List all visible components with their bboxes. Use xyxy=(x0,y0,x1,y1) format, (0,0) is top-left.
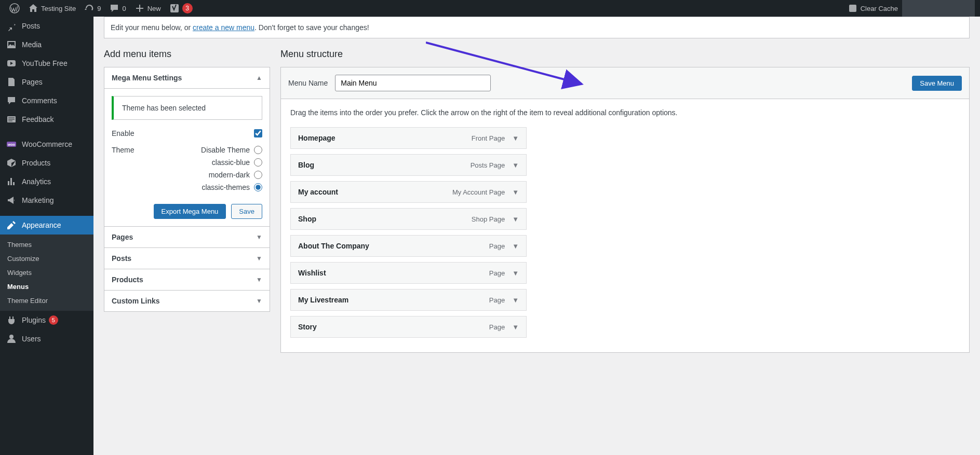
posts-handle[interactable]: Posts▼ xyxy=(104,248,270,269)
radio-modern-dark[interactable] xyxy=(254,171,262,179)
label: YouTube Free xyxy=(22,59,68,67)
sidebar-item-users[interactable]: Users xyxy=(0,329,93,348)
menu-item-type: Page xyxy=(489,269,505,277)
profile-area[interactable] xyxy=(902,0,975,17)
mega-menu-title: Mega Menu Settings xyxy=(112,74,182,82)
menu-item-bar[interactable]: About The CompanyPage▼ xyxy=(290,235,527,257)
custom-links-handle[interactable]: Custom Links▼ xyxy=(104,291,270,311)
create-new-menu-link[interactable]: create a new menu xyxy=(193,23,254,32)
menu-item-type: Shop Page xyxy=(472,215,505,223)
admin-sidebar: Posts Media YouTube Free Pages Comments … xyxy=(0,0,93,455)
site-name[interactable]: Testing Site xyxy=(24,0,80,17)
sidebar-item-products[interactable]: Products xyxy=(0,154,93,172)
products-handle[interactable]: Products▼ xyxy=(104,269,270,290)
menu-item-bar[interactable]: BlogPosts Page▼ xyxy=(290,154,527,176)
drag-hint: Drag the items into the order you prefer… xyxy=(290,108,960,117)
submenu-customize[interactable]: Customize xyxy=(0,252,93,266)
add-menu-items-heading: Add menu items xyxy=(104,49,270,60)
media-icon xyxy=(6,39,17,50)
label: Appearance xyxy=(22,221,61,229)
label: WooCommerce xyxy=(22,140,72,148)
chevron-down-icon[interactable]: ▼ xyxy=(512,188,519,196)
label: Users xyxy=(22,335,41,343)
enable-label: Enable xyxy=(112,129,135,137)
sidebar-item-posts[interactable]: Posts xyxy=(0,17,93,35)
chevron-down-icon[interactable]: ▼ xyxy=(512,134,519,142)
menu-name-input[interactable] xyxy=(335,75,491,91)
mega-menu-handle[interactable]: Mega Menu Settings ▲ xyxy=(104,67,270,89)
clear-cache[interactable]: Clear Cache xyxy=(843,0,902,17)
sidebar-item-marketing[interactable]: Marketing xyxy=(0,191,93,210)
chevron-down-icon[interactable]: ▼ xyxy=(512,296,519,304)
notice-suffix: . Don't forget to save your changes! xyxy=(254,23,369,32)
expand-icon: ▼ xyxy=(256,297,262,305)
notice-prefix: Edit your menu below, or xyxy=(111,23,193,32)
save-menu-button[interactable]: Save Menu xyxy=(912,76,962,91)
collapse-icon: ▲ xyxy=(256,74,262,81)
theme-selected-notice: Theme has been selected xyxy=(112,96,262,120)
menu-item-bar[interactable]: My LivestreamPage▼ xyxy=(290,289,527,311)
menu-item-bar[interactable]: HomepageFront Page▼ xyxy=(290,127,527,149)
posts-box: Posts▼ xyxy=(104,247,270,269)
expand-icon: ▼ xyxy=(256,233,262,241)
radio-label-classic-themes: classic-themes xyxy=(202,183,250,191)
comments-count[interactable]: 0 xyxy=(105,0,130,17)
menu-item-title: Wishlist xyxy=(298,269,326,277)
menu-item-bar[interactable]: StoryPage▼ xyxy=(290,316,527,338)
theme-label: Theme xyxy=(112,146,135,154)
sidebar-item-woocommerce[interactable]: wooWooCommerce xyxy=(0,135,93,154)
posts-title: Posts xyxy=(112,254,131,263)
sidebar-item-youtube[interactable]: YouTube Free xyxy=(0,54,93,73)
sidebar-item-media[interactable]: Media xyxy=(0,35,93,54)
menu-item-bar[interactable]: WishlistPage▼ xyxy=(290,262,527,284)
updates[interactable]: 9 xyxy=(80,0,105,17)
yoast[interactable]: 3 xyxy=(165,0,197,17)
radio-label-modern-dark: modern-dark xyxy=(209,171,250,179)
export-mega-menu-button[interactable]: Export Mega Menu xyxy=(154,204,226,219)
enable-checkbox[interactable] xyxy=(254,129,262,137)
radio-classic-themes[interactable] xyxy=(254,183,262,191)
menu-item-bar[interactable]: My accountMy Account Page▼ xyxy=(290,181,527,203)
save-mega-button[interactable]: Save xyxy=(231,204,262,219)
chevron-down-icon[interactable]: ▼ xyxy=(512,215,519,223)
submenu-menus[interactable]: Menus xyxy=(0,280,93,294)
menu-item-title: About The Company xyxy=(298,242,369,250)
custom-links-title: Custom Links xyxy=(112,297,160,305)
pages-handle[interactable]: Pages▼ xyxy=(104,227,270,247)
mega-menu-box: Mega Menu Settings ▲ Theme has been sele… xyxy=(104,67,270,227)
chevron-down-icon[interactable]: ▼ xyxy=(512,269,519,277)
radio-disable-theme[interactable] xyxy=(254,146,262,154)
sidebar-item-pages[interactable]: Pages xyxy=(0,73,93,91)
plugins-icon xyxy=(6,315,17,325)
yoast-icon xyxy=(169,3,180,13)
sidebar-item-comments[interactable]: Comments xyxy=(0,91,93,110)
menu-item-bar[interactable]: ShopShop Page▼ xyxy=(290,208,527,230)
wordpress-icon xyxy=(9,3,20,13)
chevron-down-icon[interactable]: ▼ xyxy=(512,242,519,250)
label: Plugins xyxy=(22,316,46,324)
label: Comments xyxy=(22,96,57,105)
menu-item-type: Page xyxy=(489,242,505,250)
expand-icon: ▼ xyxy=(256,276,262,283)
pin-icon xyxy=(6,21,17,31)
sidebar-item-appearance[interactable]: Appearance xyxy=(0,216,93,235)
chevron-down-icon[interactable]: ▼ xyxy=(512,161,519,169)
menu-item-type: Page xyxy=(489,296,505,304)
submenu-widgets[interactable]: Widgets xyxy=(0,266,93,280)
sidebar-item-feedback[interactable]: Feedback xyxy=(0,110,93,129)
svg-text:woo: woo xyxy=(7,143,15,146)
submenu-theme-editor[interactable]: Theme Editor xyxy=(0,294,93,308)
expand-icon: ▼ xyxy=(256,255,262,262)
submenu-themes[interactable]: Themes xyxy=(0,238,93,252)
menu-items-list: HomepageFront Page▼BlogPosts Page▼My acc… xyxy=(290,127,960,338)
sidebar-item-plugins[interactable]: Plugins5 xyxy=(0,311,93,329)
update-icon xyxy=(84,3,95,13)
admin-bar: Testing Site 9 0 New 3 Clear Cache xyxy=(0,0,980,17)
radio-classic-blue[interactable] xyxy=(254,158,262,167)
sidebar-item-analytics[interactable]: Analytics xyxy=(0,172,93,191)
new-content[interactable]: New xyxy=(130,0,165,17)
custom-links-box: Custom Links▼ xyxy=(104,290,270,312)
wp-logo[interactable] xyxy=(5,0,24,17)
label: Products xyxy=(22,159,50,167)
chevron-down-icon[interactable]: ▼ xyxy=(512,323,519,331)
